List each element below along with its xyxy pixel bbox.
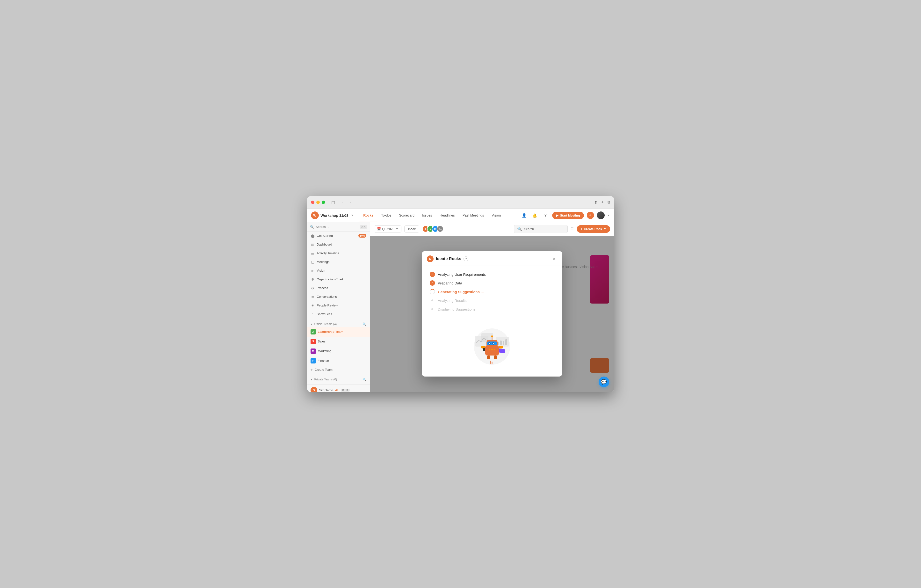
sales-badge: S bbox=[311, 339, 316, 344]
sidebar-item-get-started[interactable]: ⬤ Get Started 50% bbox=[307, 231, 370, 240]
sidebar-search[interactable]: 🔍 ⌘K bbox=[307, 222, 370, 231]
svg-rect-21 bbox=[494, 355, 497, 359]
check-circle-icon: ✓ bbox=[430, 272, 435, 277]
start-meeting-label: Start Meeting bbox=[560, 213, 580, 217]
tab-rocks[interactable]: Rocks bbox=[360, 209, 377, 222]
forward-arrow[interactable]: › bbox=[347, 199, 353, 205]
tab-todos[interactable]: To-dos bbox=[377, 209, 395, 222]
titlebar: ◫ ‹ › ⬆ + ⧉ bbox=[307, 196, 614, 209]
toolbar-search-icon: 🔍 bbox=[517, 227, 522, 231]
back-arrow[interactable]: ‹ bbox=[340, 199, 345, 205]
sidebar-item-people-review[interactable]: ✷ People Review bbox=[307, 301, 370, 310]
leadership-team-badge: LT bbox=[311, 329, 316, 334]
dialog-header: S Ideate Rocks ? ✕ bbox=[422, 251, 562, 266]
sidebar-item-process[interactable]: ⚙ Process bbox=[307, 284, 370, 292]
start-meeting-button[interactable]: ▶ Start Meeting bbox=[552, 212, 584, 219]
minimize-button[interactable] bbox=[316, 200, 320, 204]
dot-icon-5 bbox=[431, 308, 433, 310]
sidebar-item-activity-timeline[interactable]: ☰ Activity Timeline bbox=[307, 249, 370, 257]
private-teams-section: ▼ Private Teams (0) 🔍 bbox=[307, 376, 370, 382]
private-teams-search-icon[interactable]: 🔍 bbox=[363, 378, 366, 381]
traffic-lights bbox=[311, 200, 325, 204]
create-team-button[interactable]: + Create Team bbox=[307, 366, 370, 374]
sidebar-item-vision[interactable]: ◎ Vision bbox=[307, 266, 370, 275]
search-input[interactable] bbox=[316, 225, 358, 229]
sidebar-item-leadership-team[interactable]: LT Leadership Team bbox=[307, 327, 370, 337]
sidebar-item-show-less[interactable]: ^ Show Less bbox=[307, 310, 370, 319]
check-circle-icon-2: ✓ bbox=[430, 280, 435, 286]
modal-overlay: S Ideate Rocks ? ✕ ✓ bbox=[370, 236, 614, 392]
app-logo[interactable]: W Workshop 31/08 ▼ bbox=[311, 212, 354, 219]
ideate-rocks-dialog: S Ideate Rocks ? ✕ ✓ bbox=[422, 251, 562, 376]
sidebar-toggle-icon[interactable]: ◫ bbox=[331, 200, 336, 205]
sales-label: Sales bbox=[318, 340, 326, 343]
filter-icon[interactable]: ☷ bbox=[571, 227, 574, 231]
sidebar-item-label: Conversations bbox=[317, 295, 337, 298]
toolbar-search[interactable]: 🔍 bbox=[514, 225, 568, 233]
simplamo-ai-label: Simplamo bbox=[319, 388, 333, 392]
maximize-button[interactable] bbox=[322, 200, 325, 204]
vision-icon: ◎ bbox=[311, 269, 315, 273]
start-meeting-icon: ▶ bbox=[556, 213, 558, 217]
close-button[interactable] bbox=[311, 200, 314, 204]
sidebar-item-label: Activity Timeline bbox=[317, 251, 339, 255]
create-team-label: Create Team bbox=[315, 368, 332, 371]
step-5-icon bbox=[430, 306, 435, 312]
private-teams-chevron[interactable]: ▼ bbox=[311, 378, 313, 381]
share-icon[interactable]: ⬆ bbox=[594, 200, 597, 205]
show-less-icon: ^ bbox=[311, 312, 315, 316]
user-chevron: ▼ bbox=[607, 214, 610, 217]
simplamo-ai-sublabel: AI bbox=[335, 388, 338, 392]
chat-bubble-button[interactable]: 💬 bbox=[599, 376, 609, 387]
svg-rect-7 bbox=[505, 339, 507, 345]
add-tab-icon[interactable]: + bbox=[601, 200, 604, 204]
toolbar-search-input[interactable] bbox=[524, 227, 565, 231]
sidebar-item-conversations[interactable]: ≣ Conversations bbox=[307, 292, 370, 301]
marketing-label: Marketing bbox=[318, 349, 332, 353]
tab-headlines[interactable]: Headlines bbox=[436, 209, 459, 222]
inbox-button[interactable]: Inbox bbox=[404, 225, 419, 233]
sidebar-item-meetings[interactable]: ▢ Meetings bbox=[307, 257, 370, 266]
content-area: he Business Vision Board. S Ideate Rocks… bbox=[370, 236, 614, 392]
svg-rect-18 bbox=[499, 346, 503, 349]
sidebar-item-marketing[interactable]: M Marketing bbox=[307, 346, 370, 356]
sidebar-item-finance[interactable]: F Finance bbox=[307, 356, 370, 366]
simplamo-ai[interactable]: S Simplamo AI BETA bbox=[311, 387, 366, 392]
svg-point-16 bbox=[491, 336, 493, 337]
calendar-icon: 📅 bbox=[377, 227, 381, 231]
dialog-logo: S bbox=[427, 256, 434, 262]
quarter-selector[interactable]: 📅 Q3 2023 ▼ bbox=[374, 225, 402, 233]
main-layout: 🔍 ⌘K ⬤ Get Started 50% ▦ Dashboard ☰ Act… bbox=[307, 222, 614, 392]
beta-badge: BETA bbox=[341, 389, 350, 392]
tab-past-meetings[interactable]: Past Meetings bbox=[459, 209, 488, 222]
tab-issues[interactable]: Issues bbox=[418, 209, 436, 222]
dialog-close-button[interactable]: ✕ bbox=[551, 256, 557, 262]
user-avatar[interactable] bbox=[597, 212, 605, 219]
leadership-team-label: Leadership Team bbox=[318, 330, 343, 334]
sidebar-item-sales[interactable]: S Sales bbox=[307, 337, 370, 346]
conversations-icon: ≣ bbox=[311, 295, 315, 299]
sidebar-item-org-chart[interactable]: ✽ Organization Chart bbox=[307, 275, 370, 284]
tab-scorecard[interactable]: Scorecard bbox=[395, 209, 418, 222]
help-icon-button[interactable]: ? bbox=[542, 212, 549, 219]
svg-rect-5 bbox=[500, 340, 502, 345]
search-shortcut: ⌘K bbox=[360, 225, 367, 229]
user-icon-button[interactable]: 👤 bbox=[520, 212, 528, 219]
marketing-badge: M bbox=[311, 349, 316, 354]
dialog-help-button[interactable]: ? bbox=[464, 256, 469, 261]
official-teams-chevron[interactable]: ▼ bbox=[311, 323, 313, 326]
tab-vision[interactable]: Vision bbox=[488, 209, 504, 222]
appbar: W Workshop 31/08 ▼ Rocks To-dos Scorecar… bbox=[307, 209, 614, 222]
create-team-plus-icon: + bbox=[311, 368, 313, 372]
create-rock-button[interactable]: + Create Rock ▼ bbox=[577, 225, 610, 233]
duplicate-icon[interactable]: ⧉ bbox=[607, 200, 610, 204]
progress-step-4: Analyzing Results bbox=[430, 298, 554, 303]
official-teams-search-icon[interactable]: 🔍 bbox=[363, 323, 366, 326]
quarter-chevron: ▼ bbox=[395, 227, 398, 230]
sidebar: 🔍 ⌘K ⬤ Get Started 50% ▦ Dashboard ☰ Act… bbox=[307, 222, 370, 392]
step-3-icon bbox=[430, 289, 435, 294]
global-add-button[interactable]: + bbox=[587, 212, 594, 219]
sidebar-item-dashboard[interactable]: ▦ Dashboard bbox=[307, 240, 370, 249]
step-4-icon bbox=[430, 298, 435, 303]
notification-icon-button[interactable]: 🔔 bbox=[531, 212, 539, 219]
